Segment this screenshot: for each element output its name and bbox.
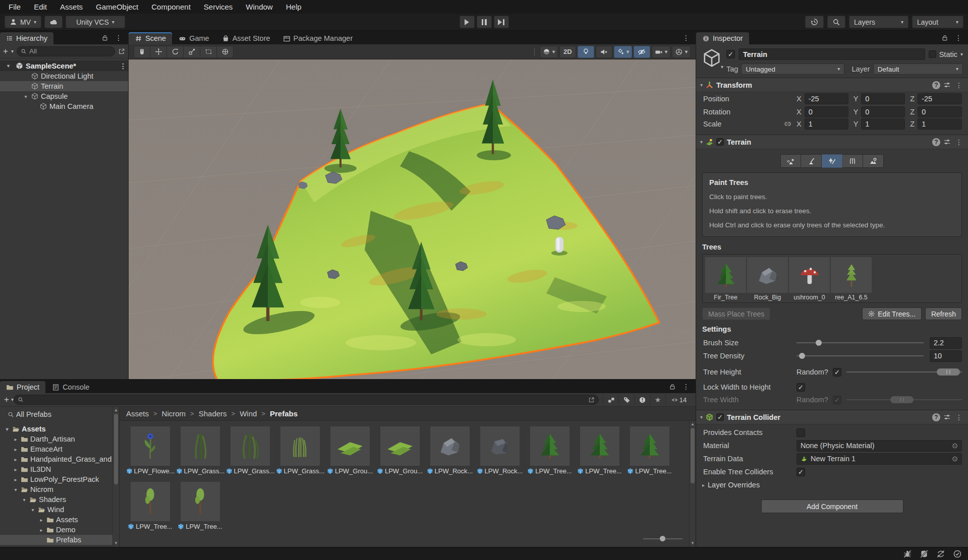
tree-height-range-slider[interactable] <box>846 366 962 378</box>
asset-tile[interactable]: LPW_Grass... <box>225 426 274 475</box>
asset-tile[interactable]: LPW_Tree... <box>625 426 674 475</box>
project-search-input[interactable] <box>14 395 599 405</box>
tab-hierarchy[interactable]: Hierarchy <box>0 32 53 44</box>
breadcrumb-item[interactable]: Prefabs <box>270 409 298 418</box>
search-button[interactable] <box>827 16 845 28</box>
tree-density-value-field[interactable]: 10 <box>930 350 962 362</box>
gameobject-icon-button[interactable]: ▾ <box>702 48 722 69</box>
expander-icon[interactable]: ▸ <box>13 437 19 442</box>
breadcrumb-item[interactable]: Assets <box>126 409 149 418</box>
component-enabled-checkbox[interactable]: ✓ <box>716 138 724 146</box>
active-checkbox[interactable]: ✓ <box>726 50 735 58</box>
tree-palette-item[interactable]: Fir_Tree <box>705 257 746 301</box>
asset-thumbnail[interactable] <box>231 426 270 466</box>
search-by-type-button[interactable] <box>603 394 618 406</box>
unity-vcs-dropdown[interactable]: Unity VCS ▾ <box>66 16 125 28</box>
add-component-button[interactable]: Add Component <box>761 500 903 513</box>
gizmos-dropdown[interactable]: ▾ <box>672 46 691 58</box>
tab-project[interactable]: Project <box>0 381 45 393</box>
asset-thumbnail[interactable] <box>181 482 220 521</box>
scroll-down-icon[interactable]: ▼ <box>690 540 696 546</box>
asset-thumbnail[interactable] <box>280 426 320 466</box>
paint-trees-tool[interactable] <box>822 154 842 168</box>
tab-console[interactable]: Console <box>46 381 95 393</box>
foldout-icon[interactable]: ▾ <box>700 82 703 88</box>
asset-tile[interactable]: LPW_Rock... <box>425 426 474 475</box>
menu-item[interactable]: Window <box>239 0 279 14</box>
presets-icon[interactable] <box>943 81 951 89</box>
rotation-x-field[interactable]: 0 <box>805 106 848 117</box>
kebab-menu-icon[interactable]: ⋮ <box>118 62 128 70</box>
menu-item[interactable]: Services <box>197 0 240 14</box>
lock-icon[interactable] <box>101 34 108 41</box>
chevron-down-icon[interactable]: ▾ <box>960 52 963 57</box>
asset-tile[interactable]: LPW_Flowe... <box>126 426 175 475</box>
hidden-count-button[interactable]: 14 <box>665 394 692 406</box>
pause-button[interactable] <box>477 16 492 28</box>
expander-icon[interactable]: ▸ <box>13 457 19 462</box>
expander-icon[interactable]: ▸ <box>38 517 44 523</box>
edit-trees-button[interactable]: Edit Trees... <box>862 307 922 320</box>
expander-icon[interactable]: ▸ <box>38 527 44 533</box>
folder-tree-item[interactable]: ▸ LowPoly_ForestPack <box>0 474 119 484</box>
asset-tile[interactable]: LPW_Grass... <box>275 426 324 475</box>
layout-dropdown[interactable]: Layout ▾ <box>912 16 963 28</box>
asset-thumbnail[interactable] <box>131 426 170 466</box>
position-y-field[interactable]: 0 <box>861 93 905 104</box>
open-search-window-icon[interactable] <box>588 397 595 403</box>
range-handle[interactable] <box>937 368 960 376</box>
asset-thumbnail[interactable] <box>330 426 370 466</box>
audio-toggle-button[interactable] <box>596 46 612 58</box>
camera-settings-dropdown[interactable]: ▾ <box>652 46 670 58</box>
cloud-button[interactable] <box>44 16 63 28</box>
foldout-icon[interactable]: ▾ <box>700 139 703 145</box>
kebab-menu-icon[interactable]: ⋮ <box>954 413 964 421</box>
scene-view-tab[interactable]: Scene <box>129 32 172 44</box>
favorites-all-prefabs[interactable]: All Prefabs <box>0 409 119 419</box>
provides-contacts-checkbox[interactable] <box>796 428 805 437</box>
layer-dropdown[interactable]: Default▾ <box>873 64 963 75</box>
thumbnail-size-slider[interactable] <box>643 535 682 542</box>
tree-palette-item[interactable]: ree_A1_6.5 <box>831 257 872 301</box>
scale-y-field[interactable]: 1 <box>861 118 905 130</box>
folder-tree-item[interactable]: Prefabs <box>0 535 119 545</box>
kebab-menu-icon[interactable]: ⋮ <box>953 34 963 42</box>
asset-thumbnail[interactable] <box>530 426 570 466</box>
hierarchy-scene-row[interactable]: ▾ SampleScene* ⋮ <box>0 60 128 71</box>
hand-tool-button[interactable] <box>134 46 150 58</box>
hierarchy-item[interactable]: Directional Light <box>0 71 128 81</box>
grid-scrollbar[interactable]: ▲ ▼ <box>689 421 696 547</box>
folder-tree-item[interactable]: ▾ Shaders <box>0 494 119 505</box>
lighting-toggle-button[interactable] <box>578 46 594 58</box>
account-button[interactable]: MV ▾ <box>5 16 41 28</box>
lock-icon[interactable] <box>669 383 676 390</box>
kebab-menu-icon[interactable]: ⋮ <box>681 383 691 391</box>
kebab-menu-icon[interactable]: ⋮ <box>954 81 964 89</box>
scroll-up-icon[interactable]: ▲ <box>690 421 696 427</box>
kebab-menu-icon[interactable]: ⋮ <box>113 34 124 42</box>
static-checkbox[interactable] <box>929 50 936 58</box>
kebab-menu-icon[interactable]: ⋮ <box>681 34 691 42</box>
help-icon[interactable]: ? <box>932 81 940 89</box>
link-scale-icon[interactable] <box>784 120 791 128</box>
scale-x-field[interactable]: 1 <box>805 118 848 130</box>
debugger-detached-icon[interactable] <box>903 549 912 558</box>
position-z-field[interactable]: -25 <box>918 93 962 104</box>
undo-history-button[interactable] <box>805 16 824 28</box>
component-enabled-checkbox[interactable]: ✓ <box>716 413 724 421</box>
position-x-field[interactable]: -25 <box>805 93 848 104</box>
rotation-z-field[interactable]: 0 <box>918 106 962 117</box>
expander-icon[interactable]: ▸ <box>13 467 19 472</box>
scale-tool-button[interactable] <box>184 46 200 58</box>
scene-view-tab[interactable]: Asset Store <box>216 32 276 44</box>
tree-height-random-checkbox[interactable]: ✓ <box>833 368 841 377</box>
lock-icon[interactable] <box>941 34 948 41</box>
menu-item[interactable]: File <box>2 0 27 14</box>
expander-icon[interactable]: ▾ <box>7 63 13 69</box>
hierarchy-item[interactable]: Terrain <box>0 81 128 91</box>
presets-icon[interactable] <box>943 413 951 421</box>
paint-terrain-tool[interactable] <box>801 154 822 168</box>
scale-z-field[interactable]: 1 <box>918 118 962 130</box>
folder-tree-item[interactable]: ▸ Darth_Artisan <box>0 434 119 444</box>
asset-tile[interactable]: LPW_Tree... <box>176 482 224 530</box>
